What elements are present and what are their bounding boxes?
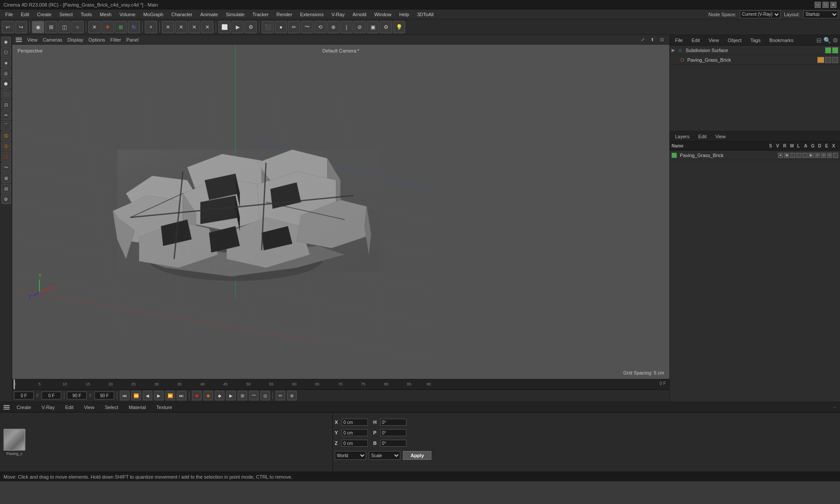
- viewport-menu-filter[interactable]: Filter: [110, 37, 121, 42]
- end-frame-input2[interactable]: [94, 392, 114, 399]
- sidebar-layers-tool[interactable]: ⊟: [1, 184, 11, 193]
- undo-button[interactable]: ↩: [2, 21, 14, 33]
- model-mode-button[interactable]: ◉: [32, 21, 44, 33]
- end-frame-input[interactable]: [67, 392, 87, 399]
- mograph-button[interactable]: ⊕: [327, 21, 340, 33]
- layout-select[interactable]: Startup: [803, 10, 838, 18]
- bottom-select-btn[interactable]: Select: [102, 404, 122, 411]
- edit-timeline-button[interactable]: ✏: [276, 391, 285, 400]
- render-view-button[interactable]: ▶: [231, 21, 244, 33]
- bottom-view-btn[interactable]: View: [80, 404, 98, 411]
- sidebar-pen-tool[interactable]: ✏: [1, 110, 11, 120]
- sidebar-line-tool[interactable]: ⌒: [1, 121, 11, 130]
- coord-h-input[interactable]: [380, 419, 406, 426]
- obj-mgr-object[interactable]: Object: [724, 37, 745, 44]
- prev-frame-button[interactable]: ⏪: [131, 391, 141, 400]
- sidebar-s-tool-1[interactable]: Ⓢ: [1, 131, 11, 141]
- texture-mode-button[interactable]: ⊞: [45, 21, 57, 33]
- sidebar-s-tool-2[interactable]: Ⓢ: [1, 142, 11, 151]
- menu-animate[interactable]: Animate: [197, 11, 221, 18]
- menu-vray[interactable]: V-Ray: [328, 11, 348, 18]
- node-space-select[interactable]: Current (V-Ray): [740, 10, 780, 18]
- spline-button[interactable]: 〜: [301, 21, 313, 33]
- scene-motion-button[interactable]: ⊕: [287, 391, 297, 400]
- menu-select[interactable]: Select: [56, 11, 77, 18]
- current-frame-input2[interactable]: [42, 392, 61, 399]
- goto-end-button[interactable]: ⏭: [177, 391, 186, 400]
- layers-btn[interactable]: Layers: [672, 133, 693, 140]
- obj-mgr-tags[interactable]: Tags: [747, 37, 764, 44]
- bottom-vray-btn[interactable]: V-Ray: [38, 404, 58, 411]
- layers-view-btn[interactable]: View: [712, 133, 729, 140]
- goto-start-button[interactable]: ⏮: [120, 391, 130, 400]
- scale-select[interactable]: Scale: [369, 451, 400, 460]
- menu-edit[interactable]: Edit: [18, 11, 33, 18]
- sidebar-gear-tool[interactable]: ⚙: [1, 194, 11, 204]
- material-thumbnail[interactable]: [4, 429, 25, 451]
- menu-simulate[interactable]: Simulate: [222, 11, 248, 18]
- bottom-create-btn[interactable]: Create: [13, 404, 35, 411]
- layer-play-icon[interactable]: ▶: [808, 153, 814, 158]
- viewport-menu-icon[interactable]: [16, 38, 22, 42]
- close-button[interactable]: ✕: [830, 2, 836, 8]
- play-reverse-button[interactable]: ◀: [143, 391, 152, 400]
- select-button[interactable]: ✕: [88, 21, 101, 33]
- redo-button[interactable]: ↪: [15, 21, 27, 33]
- viewport-menu-display[interactable]: Display: [67, 37, 83, 42]
- search-icon[interactable]: 🔍: [823, 37, 831, 44]
- minimize-button[interactable]: ─: [815, 2, 821, 8]
- bottom-material-btn[interactable]: Material: [125, 404, 149, 411]
- obj-vis-check[interactable]: [825, 47, 831, 53]
- layer-motion-icon[interactable]: ⬛: [802, 153, 808, 158]
- menu-window[interactable]: Window: [371, 11, 395, 18]
- sidebar-select-tool[interactable]: ⬡: [1, 47, 11, 57]
- sidebar-edge-tool[interactable]: ⬛: [1, 89, 11, 99]
- path-button[interactable]: 〜: [249, 391, 259, 400]
- viewport-menu-cameras[interactable]: Cameras: [43, 37, 63, 42]
- bottom-menu-icon[interactable]: [4, 405, 10, 410]
- timeline-ruler[interactable]: 0 5 10 15 20 25 30 35 40 45 50 55 60 65 …: [12, 379, 669, 390]
- z-button[interactable]: ✕: [201, 21, 214, 33]
- sidebar-s-tool-3[interactable]: Ⓢ: [1, 152, 11, 162]
- scale-button[interactable]: ⊞: [115, 21, 127, 33]
- obj-mgr-file[interactable]: File: [672, 37, 686, 44]
- new-button[interactable]: +: [145, 21, 157, 33]
- key-button[interactable]: ◆: [215, 391, 224, 400]
- obj-row-subdivision[interactable]: ▶ ◇ Subdivision Surface: [670, 46, 840, 55]
- menu-mograph[interactable]: MoGraph: [140, 11, 167, 18]
- layer-render-icon[interactable]: ⬛: [790, 153, 795, 158]
- bottom-texture-btn[interactable]: Texture: [153, 404, 175, 411]
- rotate-button[interactable]: ↻: [128, 21, 140, 33]
- viewport-popout-icon[interactable]: ⊡: [658, 36, 666, 44]
- play-button[interactable]: ▶: [154, 391, 164, 400]
- obj-tag-icon1[interactable]: [825, 57, 831, 63]
- menu-3dtoall[interactable]: 3DToAll: [413, 11, 437, 18]
- morph-button[interactable]: ⊞: [238, 391, 247, 400]
- x-button[interactable]: ✕: [175, 21, 187, 33]
- motion-button[interactable]: ▶: [226, 391, 236, 400]
- sidebar-move-tool[interactable]: ◉: [1, 37, 11, 46]
- menu-mesh[interactable]: Mesh: [96, 11, 115, 18]
- coord-y-input[interactable]: [342, 429, 368, 436]
- record-button[interactable]: ⏺: [192, 391, 202, 400]
- obj-mgr-edit[interactable]: Edit: [688, 37, 704, 44]
- layer-deform-icon[interactable]: ⊙: [821, 153, 826, 158]
- deform-button[interactable]: ⟲: [314, 21, 326, 33]
- layer-vis-icon[interactable]: ◉: [784, 153, 789, 158]
- apply-button[interactable]: Apply: [403, 451, 431, 460]
- viewport-expand-icon[interactable]: ⤢: [639, 36, 647, 44]
- coord-b-input[interactable]: [380, 440, 406, 447]
- layer-row-paving[interactable]: Paving_Grass_Brick ● ◉ ⬛ ⬛ ⬛ ▶ ⊙ ⊙ ⊙ ⬛: [670, 150, 840, 160]
- settings-button[interactable]: ⚙: [380, 21, 392, 33]
- current-frame-input[interactable]: [14, 392, 34, 399]
- layer-vfx-icon[interactable]: ⬛: [833, 153, 838, 158]
- render-settings-button[interactable]: ⚙: [245, 21, 257, 33]
- coord-x-input[interactable]: [342, 419, 368, 426]
- sidebar-polygon-tool[interactable]: ⬟: [1, 79, 11, 88]
- light-button[interactable]: 💡: [393, 21, 405, 33]
- obj-render-check[interactable]: [832, 47, 838, 53]
- world-select[interactable]: World: [335, 451, 366, 460]
- obj-row-paving[interactable]: ⬡ Paving_Grass_Brick: [670, 55, 840, 65]
- bottom-edit-btn[interactable]: Edit: [62, 404, 77, 411]
- y-button[interactable]: ✕: [188, 21, 200, 33]
